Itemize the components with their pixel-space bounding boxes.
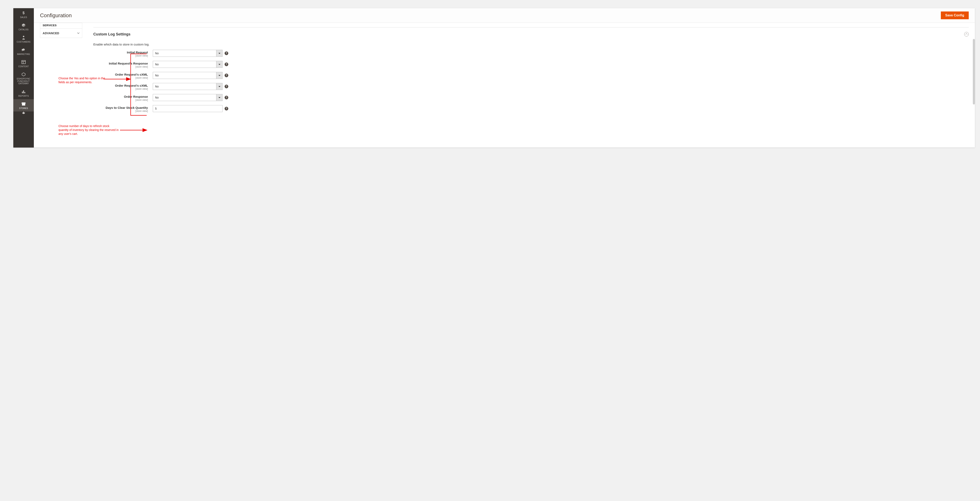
field-label-wrap: Initial Request [store view]	[93, 50, 153, 57]
field-control: No ?	[153, 83, 228, 90]
collapse-up-icon[interactable]	[964, 32, 969, 36]
sidebar-item-content[interactable]: CONTENT	[13, 57, 34, 70]
admin-sidebar: $ SALES CATALOG CUSTOMERS MARKETING	[13, 8, 34, 147]
field-label: Order Request's cXML	[93, 84, 148, 87]
sidebar-item-label: ESHOPSYNC PUNCHOUT GATEWAY	[14, 78, 33, 85]
field-order-response: Order Response [store view] No ?	[93, 94, 969, 101]
svg-rect-12	[22, 92, 23, 93]
field-initial-request: Initial Request [store view] No ?	[93, 50, 969, 57]
svg-rect-14	[24, 92, 25, 93]
dropdown-arrow-icon	[216, 94, 222, 101]
store-icon	[21, 101, 26, 106]
select-order-request-cxml-2[interactable]: No	[153, 83, 223, 90]
select-order-request-cxml-1[interactable]: No	[153, 72, 223, 79]
svg-rect-8	[22, 60, 25, 64]
sidebar-item-label: SALES	[20, 16, 27, 19]
page-title: Configuration	[40, 12, 72, 19]
sidebar-item-label: CATALOG	[19, 29, 29, 31]
field-label: Order Response	[93, 95, 148, 98]
field-control: ?	[153, 105, 228, 112]
chevron-down-icon	[77, 32, 80, 35]
field-scope: [store view]	[93, 65, 148, 68]
field-scope: [store view]	[93, 54, 148, 57]
dollar-icon: $	[22, 10, 25, 15]
dropdown-arrow-icon	[216, 50, 222, 57]
megaphone-icon	[21, 48, 26, 52]
category-label: ADVANCED	[43, 32, 59, 35]
category-advanced[interactable]: ADVANCED	[40, 29, 82, 38]
sidebar-item-label: STORES	[19, 107, 28, 109]
help-icon[interactable]: ?	[224, 51, 228, 55]
svg-rect-7	[22, 50, 22, 51]
content-area: SERVICES ADVANCED Custom Log Settings En…	[34, 23, 975, 147]
main-panel: Configuration Save Config SERVICES ADVAN…	[34, 8, 975, 147]
person-icon	[22, 35, 25, 40]
sidebar-item-label: REPORTS	[19, 95, 29, 97]
sidebar-item-stores[interactable]: STORES	[13, 99, 34, 111]
field-initial-request-response: Initial Request's Response [store view] …	[93, 61, 969, 68]
sidebar-item-sales[interactable]: $ SALES	[13, 8, 34, 21]
section-header[interactable]: Custom Log Settings	[93, 32, 969, 36]
field-scope: [store view]	[93, 98, 148, 101]
input-days-to-clear[interactable]	[153, 105, 223, 112]
field-label: Order Request's cXML	[93, 73, 148, 76]
field-label-wrap: Order Response [store view]	[93, 94, 153, 101]
help-icon[interactable]: ?	[224, 85, 228, 88]
field-scope: [store view]	[93, 76, 148, 79]
section-title: Custom Log Settings	[93, 32, 130, 36]
svg-point-4	[23, 36, 24, 37]
sidebar-item-punchout[interactable]: ESHOPSYNC PUNCHOUT GATEWAY	[13, 70, 34, 87]
field-order-request-cxml-1: Order Request's cXML [store view] No ?	[93, 72, 969, 79]
help-icon[interactable]: ?	[224, 74, 228, 77]
select-initial-request[interactable]: No	[153, 50, 223, 57]
help-icon[interactable]: ?	[224, 62, 228, 66]
field-control: No ?	[153, 50, 228, 57]
select-value: No	[155, 52, 159, 55]
select-value: No	[155, 74, 159, 77]
field-label: Initial Request's Response	[93, 62, 148, 65]
field-control: No ?	[153, 94, 228, 101]
layout-icon	[22, 60, 25, 65]
field-label: Days to Clear Stock Quantity	[93, 106, 148, 109]
box-icon	[22, 23, 25, 28]
sidebar-item-truncated	[13, 111, 34, 114]
page-header: Configuration Save Config	[34, 8, 975, 23]
help-icon[interactable]: ?	[224, 107, 228, 111]
sidebar-item-catalog[interactable]: CATALOG	[13, 21, 34, 33]
dropdown-arrow-icon	[216, 83, 222, 90]
field-label-wrap: Initial Request's Response [store view]	[93, 61, 153, 68]
hexagon-icon	[22, 72, 25, 77]
sidebar-item-label: MARKETING	[17, 53, 30, 55]
sidebar-item-customers[interactable]: CUSTOMERS	[13, 33, 34, 45]
svg-rect-6	[24, 49, 25, 50]
sidebar-item-reports[interactable]: REPORTS	[13, 87, 34, 99]
config-form: Custom Log Settings Enable which data to…	[85, 23, 975, 147]
scrollbar-thumb[interactable]	[973, 39, 975, 105]
field-scope: [store view]	[93, 109, 148, 113]
select-value: No	[155, 96, 159, 99]
select-order-response[interactable]: No	[153, 94, 223, 101]
bar-chart-icon	[22, 89, 25, 94]
field-scope: [store view]	[93, 87, 148, 90]
dropdown-arrow-icon	[216, 72, 222, 79]
sidebar-item-label: CUSTOMERS	[17, 41, 30, 43]
save-config-button[interactable]: Save Config	[941, 11, 969, 19]
field-control: No ?	[153, 61, 228, 68]
field-label-wrap: Days to Clear Stock Quantity [store view…	[93, 105, 153, 113]
svg-marker-11	[22, 73, 25, 76]
field-order-request-cxml-2: Order Request's cXML [store view] No ?	[93, 83, 969, 90]
select-value: No	[155, 63, 159, 66]
field-label-wrap: Order Request's cXML [store view]	[93, 72, 153, 79]
field-label: Initial Request	[93, 51, 148, 54]
svg-rect-13	[23, 90, 24, 93]
field-label-wrap: Order Request's cXML [store view]	[93, 83, 153, 90]
select-initial-request-response[interactable]: No	[153, 61, 223, 68]
svg-rect-15	[22, 104, 25, 106]
sidebar-item-label: CONTENT	[18, 65, 29, 68]
sidebar-item-marketing[interactable]: MARKETING	[13, 45, 34, 57]
category-services[interactable]: SERVICES	[40, 23, 82, 29]
section-description: Enable which data to store in custom log…	[93, 43, 969, 46]
admin-window: $ SALES CATALOG CUSTOMERS MARKETING	[13, 8, 975, 147]
help-icon[interactable]: ?	[224, 96, 228, 99]
field-days-to-clear: Days to Clear Stock Quantity [store view…	[93, 105, 969, 113]
